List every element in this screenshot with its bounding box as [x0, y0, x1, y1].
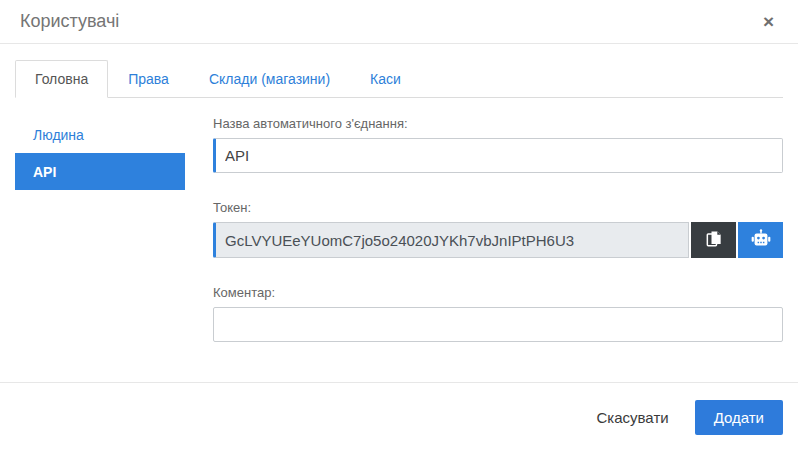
- add-button[interactable]: Додати: [695, 400, 783, 435]
- dialog-header: Користувачі ×: [0, 0, 798, 44]
- dialog-content: Людина API Назва автоматичного з'єднання…: [0, 98, 798, 369]
- token-group: Токен:: [213, 200, 783, 258]
- tab-main[interactable]: Головна: [15, 60, 108, 98]
- generate-token-button[interactable]: [738, 222, 783, 258]
- tab-cash-registers[interactable]: Каси: [350, 60, 421, 98]
- connection-name-input[interactable]: [213, 138, 783, 173]
- api-form: Назва автоматичного з'єднання: Токен:: [213, 116, 783, 369]
- copy-token-button[interactable]: [691, 222, 736, 258]
- connection-name-group: Назва автоматичного з'єднання:: [213, 116, 783, 173]
- token-label: Токен:: [213, 200, 783, 215]
- users-dialog: Користувачі × Головна Права Склади (мага…: [0, 0, 798, 451]
- tab-warehouses[interactable]: Склади (магазини): [189, 60, 350, 98]
- dialog-title: Користувачі: [20, 11, 119, 32]
- cancel-button[interactable]: Скасувати: [579, 400, 687, 435]
- robot-icon: [750, 228, 772, 253]
- tab-bar: Головна Права Склади (магазини) Каси: [15, 60, 783, 98]
- close-icon[interactable]: ×: [757, 8, 780, 35]
- copy-icon: [704, 229, 724, 252]
- comment-group: Коментар:: [213, 285, 783, 342]
- comment-input[interactable]: [213, 307, 783, 342]
- dialog-footer: Скасувати Додати: [0, 382, 798, 451]
- sidebar-item-person[interactable]: Людина: [15, 116, 185, 153]
- sidebar-item-api[interactable]: API: [15, 153, 185, 190]
- connection-name-label: Назва автоматичного з'єднання:: [213, 116, 783, 131]
- token-field[interactable]: [213, 222, 689, 258]
- comment-label: Коментар:: [213, 285, 783, 300]
- token-row: [213, 222, 783, 258]
- type-sidebar: Людина API: [15, 116, 185, 369]
- tab-rights[interactable]: Права: [108, 60, 189, 98]
